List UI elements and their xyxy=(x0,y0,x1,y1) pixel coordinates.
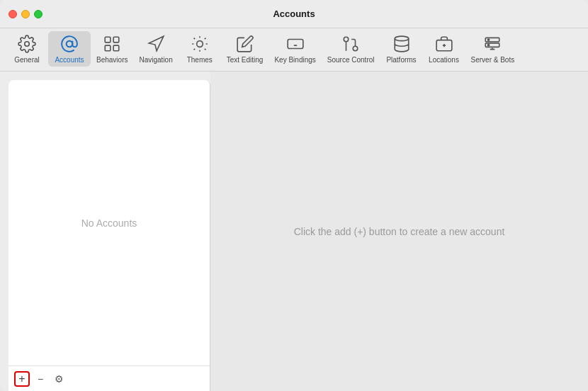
title-bar: Accounts xyxy=(0,0,588,28)
no-accounts-label: No Accounts xyxy=(81,217,137,229)
toolbar-item-key-bindings[interactable]: Key Bindings xyxy=(268,31,321,67)
remove-account-button[interactable]: − xyxy=(33,371,48,387)
toolbar-label-server-bots: Server & Bots xyxy=(471,56,515,64)
account-settings-button[interactable]: ⚙ xyxy=(51,371,67,387)
platforms-icon xyxy=(392,34,412,54)
text-editing-icon xyxy=(235,34,255,54)
svg-point-0 xyxy=(25,42,30,47)
svg-point-1 xyxy=(67,41,73,47)
toolbar-item-server-bots[interactable]: Server & Bots xyxy=(465,31,521,67)
behaviors-icon xyxy=(102,34,122,54)
close-button[interactable] xyxy=(9,10,17,18)
svg-point-12 xyxy=(395,36,409,41)
sidebar-footer: + − ⚙ xyxy=(9,366,210,391)
svg-point-7 xyxy=(196,41,203,47)
toolbar-label-platforms: Platforms xyxy=(386,56,416,64)
svg-rect-8 xyxy=(288,40,303,49)
maximize-button[interactable] xyxy=(34,10,43,18)
toolbar-item-locations[interactable]: Locations xyxy=(423,31,465,67)
add-account-hint: Click the add (+) button to create a new… xyxy=(294,226,505,237)
toolbar-label-key-bindings: Key Bindings xyxy=(274,56,315,64)
navigation-icon xyxy=(146,34,166,54)
toolbar-label-locations: Locations xyxy=(429,56,459,64)
server-bots-icon xyxy=(482,34,502,54)
toolbar-item-general[interactable]: General xyxy=(6,31,48,67)
toolbar-item-navigation[interactable]: Navigation xyxy=(133,31,178,67)
toolbar-item-platforms[interactable]: Platforms xyxy=(380,31,423,67)
themes-icon xyxy=(190,34,210,54)
toolbar-item-text-editing[interactable]: Text Editing xyxy=(221,31,269,67)
key-bindings-icon xyxy=(285,34,305,54)
toolbar-item-behaviors[interactable]: Behaviors xyxy=(91,31,133,67)
svg-rect-4 xyxy=(105,45,111,51)
toolbar-label-general: General xyxy=(14,56,40,64)
toolbar-label-behaviors: Behaviors xyxy=(96,56,128,64)
toolbar-item-source-control[interactable]: Source Control xyxy=(322,31,380,67)
detail-area: Click the add (+) button to create a new… xyxy=(210,72,588,391)
toolbar-label-themes: Themes xyxy=(187,56,213,64)
svg-point-10 xyxy=(344,37,349,42)
gear-icon xyxy=(17,34,37,54)
accounts-sidebar: No Accounts + − ⚙ xyxy=(9,80,210,391)
svg-rect-3 xyxy=(113,37,119,42)
toolbar-item-themes[interactable]: Themes xyxy=(179,31,221,67)
source-control-icon xyxy=(341,34,361,54)
main-window: Accounts General Accounts xyxy=(0,0,588,391)
minimize-button[interactable] xyxy=(21,10,30,18)
toolbar-label-accounts: Accounts xyxy=(55,56,84,64)
content-area: No Accounts + − ⚙ Click the add (+) butt… xyxy=(0,72,588,391)
traffic-lights xyxy=(9,10,43,18)
svg-point-19 xyxy=(488,45,490,46)
toolbar: General Accounts Behaviors xyxy=(0,28,588,72)
svg-point-18 xyxy=(488,39,490,40)
svg-point-9 xyxy=(353,46,358,51)
svg-marker-6 xyxy=(149,36,164,51)
locations-icon xyxy=(434,34,454,54)
at-icon xyxy=(60,34,79,54)
window-title: Accounts xyxy=(273,8,315,19)
toolbar-label-source-control: Source Control xyxy=(327,56,375,64)
svg-rect-2 xyxy=(105,37,111,42)
toolbar-label-navigation: Navigation xyxy=(139,56,172,64)
accounts-list: No Accounts xyxy=(9,80,210,366)
svg-rect-5 xyxy=(113,45,119,51)
toolbar-label-text-editing: Text Editing xyxy=(227,56,264,64)
add-account-button[interactable]: + xyxy=(14,371,30,387)
toolbar-item-accounts[interactable]: Accounts xyxy=(48,31,91,67)
